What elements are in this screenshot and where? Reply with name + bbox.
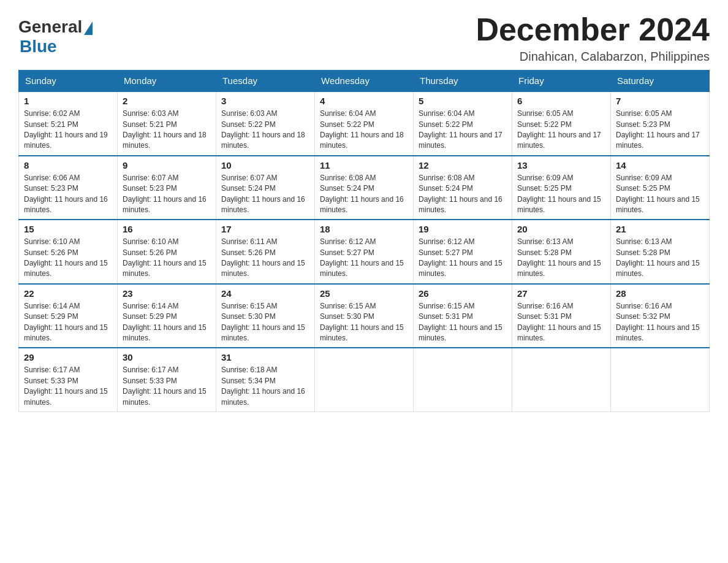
day-number: 6 bbox=[517, 96, 605, 106]
table-row: 11 Sunrise: 6:08 AMSunset: 5:24 PMDaylig… bbox=[315, 156, 414, 220]
table-row: 12 Sunrise: 6:08 AMSunset: 5:24 PMDaylig… bbox=[414, 156, 512, 220]
table-row: 30 Sunrise: 6:17 AMSunset: 5:33 PMDaylig… bbox=[118, 348, 216, 412]
calendar-week-row: 8 Sunrise: 6:06 AMSunset: 5:23 PMDayligh… bbox=[19, 156, 710, 220]
logo-general-text: General bbox=[18, 17, 82, 37]
calendar-week-row: 15 Sunrise: 6:10 AMSunset: 5:26 PMDaylig… bbox=[19, 220, 710, 284]
table-row: 18 Sunrise: 6:12 AMSunset: 5:27 PMDaylig… bbox=[315, 220, 414, 284]
table-row bbox=[414, 348, 512, 412]
day-number: 18 bbox=[320, 224, 408, 234]
table-row: 15 Sunrise: 6:10 AMSunset: 5:26 PMDaylig… bbox=[19, 220, 118, 284]
table-row bbox=[512, 348, 611, 412]
day-number: 25 bbox=[320, 288, 408, 299]
col-tuesday: Tuesday bbox=[216, 71, 315, 92]
day-number: 28 bbox=[616, 288, 704, 299]
table-row: 8 Sunrise: 6:06 AMSunset: 5:23 PMDayligh… bbox=[19, 156, 118, 220]
logo-blue-text: Blue bbox=[20, 37, 57, 56]
table-row: 22 Sunrise: 6:14 AMSunset: 5:29 PMDaylig… bbox=[19, 284, 118, 348]
table-row: 7 Sunrise: 6:05 AMSunset: 5:23 PMDayligh… bbox=[611, 91, 710, 156]
table-row: 21 Sunrise: 6:13 AMSunset: 5:28 PMDaylig… bbox=[611, 220, 710, 284]
table-row: 2 Sunrise: 6:03 AMSunset: 5:21 PMDayligh… bbox=[118, 91, 216, 156]
day-info: Sunrise: 6:14 AMSunset: 5:29 PMDaylight:… bbox=[24, 301, 112, 344]
day-info: Sunrise: 6:08 AMSunset: 5:24 PMDaylight:… bbox=[320, 173, 408, 216]
table-row bbox=[315, 348, 414, 412]
day-info: Sunrise: 6:13 AMSunset: 5:28 PMDaylight:… bbox=[616, 237, 704, 280]
day-number: 16 bbox=[123, 224, 211, 234]
day-info: Sunrise: 6:16 AMSunset: 5:32 PMDaylight:… bbox=[616, 301, 704, 344]
table-row: 23 Sunrise: 6:14 AMSunset: 5:29 PMDaylig… bbox=[118, 284, 216, 348]
day-info: Sunrise: 6:06 AMSunset: 5:23 PMDaylight:… bbox=[24, 173, 112, 216]
table-row: 29 Sunrise: 6:17 AMSunset: 5:33 PMDaylig… bbox=[19, 348, 118, 412]
col-wednesday: Wednesday bbox=[315, 71, 414, 92]
day-info: Sunrise: 6:10 AMSunset: 5:26 PMDaylight:… bbox=[123, 237, 211, 280]
table-row: 1 Sunrise: 6:02 AMSunset: 5:21 PMDayligh… bbox=[19, 91, 118, 156]
day-info: Sunrise: 6:14 AMSunset: 5:29 PMDaylight:… bbox=[123, 301, 211, 344]
day-number: 13 bbox=[517, 160, 605, 170]
table-row bbox=[611, 348, 710, 412]
location-subtitle: Dinahican, Calabarzon, Philippines bbox=[476, 50, 710, 64]
logo: General Blue bbox=[18, 17, 93, 56]
day-info: Sunrise: 6:08 AMSunset: 5:24 PMDaylight:… bbox=[419, 173, 507, 216]
day-number: 5 bbox=[419, 96, 507, 106]
table-row: 4 Sunrise: 6:04 AMSunset: 5:22 PMDayligh… bbox=[315, 91, 414, 156]
calendar-table: Sunday Monday Tuesday Wednesday Thursday… bbox=[18, 70, 710, 412]
col-sunday: Sunday bbox=[19, 71, 118, 92]
table-row: 5 Sunrise: 6:04 AMSunset: 5:22 PMDayligh… bbox=[414, 91, 512, 156]
day-number: 2 bbox=[123, 96, 211, 106]
day-number: 29 bbox=[24, 352, 112, 362]
table-row: 31 Sunrise: 6:18 AMSunset: 5:34 PMDaylig… bbox=[216, 348, 315, 412]
table-row: 6 Sunrise: 6:05 AMSunset: 5:22 PMDayligh… bbox=[512, 91, 611, 156]
day-info: Sunrise: 6:10 AMSunset: 5:26 PMDaylight:… bbox=[24, 237, 112, 280]
day-number: 4 bbox=[320, 96, 408, 106]
table-row: 20 Sunrise: 6:13 AMSunset: 5:28 PMDaylig… bbox=[512, 220, 611, 284]
table-row: 27 Sunrise: 6:16 AMSunset: 5:31 PMDaylig… bbox=[512, 284, 611, 348]
table-row: 17 Sunrise: 6:11 AMSunset: 5:26 PMDaylig… bbox=[216, 220, 315, 284]
day-number: 7 bbox=[616, 96, 704, 106]
day-info: Sunrise: 6:09 AMSunset: 5:25 PMDaylight:… bbox=[616, 173, 704, 216]
day-number: 21 bbox=[616, 224, 704, 234]
day-info: Sunrise: 6:13 AMSunset: 5:28 PMDaylight:… bbox=[517, 237, 605, 280]
table-row: 24 Sunrise: 6:15 AMSunset: 5:30 PMDaylig… bbox=[216, 284, 315, 348]
table-row: 26 Sunrise: 6:15 AMSunset: 5:31 PMDaylig… bbox=[414, 284, 512, 348]
calendar-header-row: Sunday Monday Tuesday Wednesday Thursday… bbox=[19, 71, 710, 92]
month-title: December 2024 bbox=[476, 12, 710, 47]
table-row: 13 Sunrise: 6:09 AMSunset: 5:25 PMDaylig… bbox=[512, 156, 611, 220]
day-number: 17 bbox=[221, 224, 309, 234]
day-info: Sunrise: 6:15 AMSunset: 5:31 PMDaylight:… bbox=[419, 301, 507, 344]
day-number: 12 bbox=[419, 160, 507, 170]
title-area: December 2024 Dinahican, Calabarzon, Phi… bbox=[476, 12, 710, 64]
day-info: Sunrise: 6:03 AMSunset: 5:21 PMDaylight:… bbox=[123, 109, 211, 151]
day-number: 24 bbox=[221, 288, 309, 299]
table-row: 19 Sunrise: 6:12 AMSunset: 5:27 PMDaylig… bbox=[414, 220, 512, 284]
col-thursday: Thursday bbox=[414, 71, 512, 92]
table-row: 16 Sunrise: 6:10 AMSunset: 5:26 PMDaylig… bbox=[118, 220, 216, 284]
day-number: 14 bbox=[616, 160, 704, 170]
table-row: 10 Sunrise: 6:07 AMSunset: 5:24 PMDaylig… bbox=[216, 156, 315, 220]
day-number: 11 bbox=[320, 160, 408, 170]
day-number: 10 bbox=[221, 160, 309, 170]
day-info: Sunrise: 6:05 AMSunset: 5:23 PMDaylight:… bbox=[616, 109, 704, 151]
day-number: 23 bbox=[123, 288, 211, 299]
table-row: 25 Sunrise: 6:15 AMSunset: 5:30 PMDaylig… bbox=[315, 284, 414, 348]
day-number: 27 bbox=[517, 288, 605, 299]
day-info: Sunrise: 6:07 AMSunset: 5:23 PMDaylight:… bbox=[123, 173, 211, 216]
day-info: Sunrise: 6:18 AMSunset: 5:34 PMDaylight:… bbox=[221, 365, 309, 408]
day-number: 8 bbox=[24, 160, 112, 170]
day-number: 3 bbox=[221, 96, 309, 106]
table-row: 9 Sunrise: 6:07 AMSunset: 5:23 PMDayligh… bbox=[118, 156, 216, 220]
calendar-week-row: 29 Sunrise: 6:17 AMSunset: 5:33 PMDaylig… bbox=[19, 348, 710, 412]
day-info: Sunrise: 6:17 AMSunset: 5:33 PMDaylight:… bbox=[24, 365, 112, 408]
table-row: 28 Sunrise: 6:16 AMSunset: 5:32 PMDaylig… bbox=[611, 284, 710, 348]
day-number: 31 bbox=[221, 352, 309, 362]
day-number: 9 bbox=[123, 160, 211, 170]
day-info: Sunrise: 6:04 AMSunset: 5:22 PMDaylight:… bbox=[419, 109, 507, 151]
day-number: 22 bbox=[24, 288, 112, 299]
day-number: 1 bbox=[24, 96, 112, 106]
day-number: 19 bbox=[419, 224, 507, 234]
day-number: 15 bbox=[24, 224, 112, 234]
day-info: Sunrise: 6:15 AMSunset: 5:30 PMDaylight:… bbox=[221, 301, 309, 344]
col-monday: Monday bbox=[118, 71, 216, 92]
page-header: General Blue December 2024 Dinahican, Ca… bbox=[18, 12, 710, 64]
day-info: Sunrise: 6:04 AMSunset: 5:22 PMDaylight:… bbox=[320, 109, 408, 151]
day-info: Sunrise: 6:16 AMSunset: 5:31 PMDaylight:… bbox=[517, 301, 605, 344]
day-number: 26 bbox=[419, 288, 507, 299]
